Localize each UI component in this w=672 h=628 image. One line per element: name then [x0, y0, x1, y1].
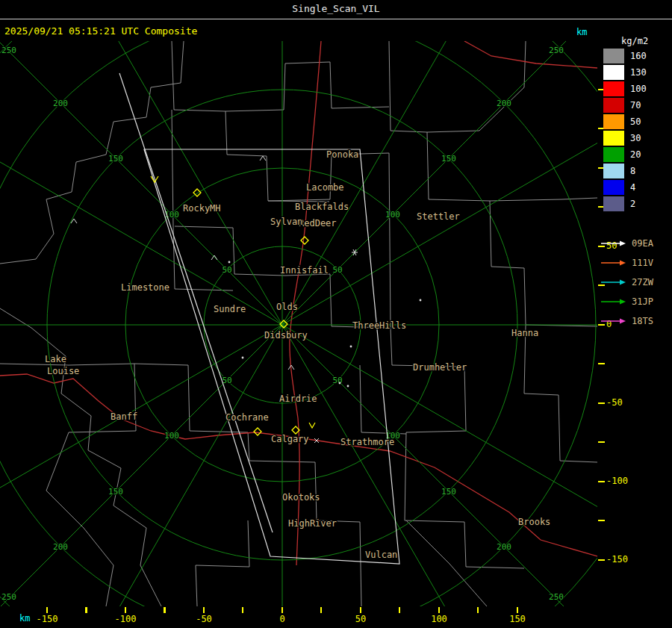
- track-arrow-icon: [600, 239, 627, 248]
- legend-color-swatch: [603, 180, 624, 195]
- legend-level-row: 100: [603, 81, 647, 97]
- radar-display-window: Single_Scan_VIL 2025/09/21 05:15:21 UTC …: [0, 0, 672, 628]
- ring-label: 150: [441, 154, 456, 164]
- track-arrow-icon: [600, 317, 627, 326]
- legend-color-swatch: [603, 164, 624, 178]
- legend-level-value: 30: [630, 133, 641, 143]
- right-axis-label: -100: [606, 476, 628, 486]
- scan-timestamp: 2025/09/21 05:15:21 UTC Composite: [4, 25, 197, 37]
- legend-level-value: 70: [630, 100, 641, 111]
- track-legend-row: 09EA: [600, 237, 653, 249]
- right-axis-label: -50: [606, 397, 623, 408]
- bottom-axis-ticks: [46, 607, 520, 613]
- track-id-label: 111V: [632, 258, 653, 268]
- legend-level-value: 130: [630, 67, 647, 78]
- city-label-lacombe: Lacombe: [306, 182, 344, 193]
- bottom-axis-label: 0: [279, 614, 284, 624]
- legend-level-value: 160: [630, 51, 647, 61]
- city-label-calgary: Calgary: [271, 434, 309, 444]
- legend-level-value: 2: [630, 199, 635, 209]
- track-legend-row: 18TS: [600, 315, 653, 327]
- city-label-blackfalds: Blackfalds: [295, 202, 349, 212]
- ring-label: 150: [441, 487, 456, 497]
- radar-map-view[interactable]: 50 50 50 50 100 100 100 100 150 150 150 …: [0, 41, 597, 606]
- highways: [0, 41, 597, 565]
- legend-level-row: 160: [603, 48, 647, 64]
- legend-unit-label: kg/m2: [621, 36, 648, 46]
- city-label-sundre: Sundre: [214, 304, 246, 314]
- legend-level-value: 8: [630, 166, 635, 176]
- track-id-label: 27ZW: [632, 277, 653, 287]
- track-id-label: 31JP: [632, 296, 653, 307]
- legend-color-swatch: [603, 65, 624, 80]
- city-label-louise: Louise: [47, 366, 79, 376]
- legend-level-value: 50: [630, 116, 641, 127]
- city-label-vulcan: Vulcan: [365, 550, 397, 560]
- city-label-airdrie: Airdrie: [279, 394, 317, 404]
- city-label-didsbury: Didsbury: [264, 330, 308, 341]
- city-label-innisfail: Innisfail: [280, 265, 329, 276]
- bottom-axis-label: 50: [355, 614, 366, 624]
- right-axis-unit: km: [576, 27, 587, 37]
- ring-label: 50: [222, 376, 231, 385]
- legend-color-swatch: [603, 81, 624, 96]
- legend-level-row: 4: [603, 179, 635, 196]
- ring-label: 100: [385, 210, 400, 220]
- legend-color-swatch: [603, 49, 624, 63]
- track-arrow-icon: [600, 258, 627, 267]
- city-label-banff: Banff: [111, 411, 137, 422]
- track-legend-row: 27ZW: [600, 276, 653, 288]
- legend-level-row: 130: [603, 64, 647, 81]
- legend-color-swatch: [603, 114, 624, 129]
- legend-level-row: 2: [603, 196, 635, 212]
- ring-label: 250: [1, 46, 16, 55]
- legend-level-row: 50: [603, 114, 641, 130]
- legend-level-row: 20: [603, 146, 641, 163]
- track-id-label: 09EA: [632, 238, 653, 249]
- window-title: Single_Scan_VIL: [0, 0, 672, 19]
- ring-label: 200: [497, 99, 511, 108]
- map-canvas: 50 50 50 50 100 100 100 100 150 150 150 …: [0, 41, 597, 606]
- city-label-hanna: Hanna: [511, 328, 538, 338]
- city-label-lake: Lake: [45, 354, 66, 364]
- track-id-label: 18TS: [632, 316, 653, 326]
- bottom-axis-label: -150: [37, 614, 58, 624]
- city-label-sylvan: Sylvan: [270, 217, 302, 227]
- legend-level-row: 70: [603, 97, 641, 114]
- city-label-strathmore: Strathmore: [340, 437, 394, 447]
- city-labels: Ponoka Lacombe Blackfalds RedDeer Sylvan…: [45, 149, 550, 560]
- legend-level-value: 20: [630, 149, 641, 160]
- legend-level-row: 30: [603, 130, 641, 146]
- track-legend-row: 111V: [600, 257, 653, 269]
- ring-label: 250: [1, 592, 16, 602]
- legend-level-value: 100: [630, 84, 647, 94]
- city-label-threehills: ThreeHills: [352, 320, 406, 331]
- legend-color-swatch: [603, 196, 624, 211]
- city-label-drumheller: Drumheller: [413, 362, 467, 373]
- ring-label: 50: [222, 265, 231, 275]
- city-label-olds: Olds: [276, 302, 298, 312]
- bottom-axis-label: 100: [431, 614, 447, 624]
- city-label-okotoks: Okotoks: [282, 492, 320, 503]
- city-label-reddeer: RedDeer: [299, 218, 337, 228]
- bottom-axis-label: 150: [509, 614, 526, 624]
- bottom-axis-label: -50: [196, 614, 212, 624]
- ring-label: 200: [53, 99, 68, 108]
- city-label-ponoka: Ponoka: [326, 149, 358, 160]
- product-title: Single_Scan_VIL: [292, 3, 379, 14]
- ring-label: 250: [549, 46, 564, 55]
- legend-level-row: 8: [603, 163, 635, 179]
- right-axis-label: -150: [606, 554, 628, 565]
- town-markers: [71, 156, 421, 443]
- ring-label: 150: [108, 487, 123, 497]
- track-arrow-icon: [600, 278, 627, 287]
- bottom-axis-unit: km: [19, 613, 30, 624]
- ring-label: 200: [497, 542, 511, 552]
- track-arrow-icon: [600, 297, 627, 306]
- ring-label: 150: [108, 154, 123, 164]
- city-label-cochrane: Cochrane: [225, 412, 269, 423]
- city-label-rockymh: RockyMH: [183, 203, 221, 214]
- ring-label: 50: [332, 376, 342, 385]
- city-label-stettler: Stettler: [417, 211, 460, 222]
- scan-coverage-outline: [119, 73, 399, 564]
